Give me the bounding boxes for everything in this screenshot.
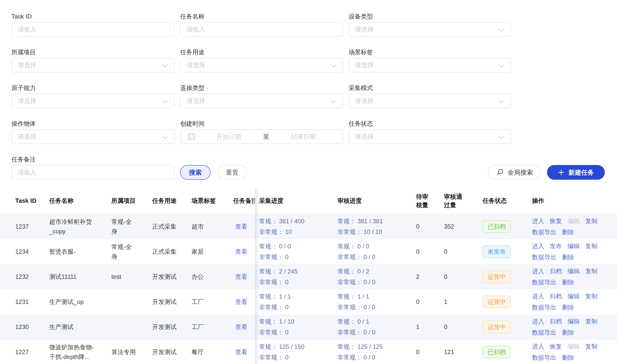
status-badge: 已归档 xyxy=(483,346,511,358)
action-delete-link[interactable]: 删除 xyxy=(562,352,574,363)
filter-label-atomic-ability: 原子能力 xyxy=(11,84,175,92)
filter-label-scene-tag: 场景标签 xyxy=(349,48,511,57)
action-delete-link[interactable]: 删除 xyxy=(562,277,574,288)
action-export-link[interactable]: 数据导出 xyxy=(532,302,556,313)
action-delete-link[interactable]: 删除 xyxy=(562,327,574,338)
action-edit-link[interactable]: 编辑 xyxy=(568,341,580,352)
review-irregular: 非常规： 0 / 0 xyxy=(337,352,415,363)
cell-task-status: 运营中 xyxy=(482,321,529,333)
teleop-type-select[interactable]: 请选择 xyxy=(180,94,343,108)
action-edit-link[interactable]: 编辑 xyxy=(568,291,580,302)
col-scene-tag: 场景标签 xyxy=(192,197,231,205)
filter-field-collect-mode: 采集模式 请选择 xyxy=(349,84,511,108)
action-publish-link[interactable]: 发布 xyxy=(550,241,562,252)
operation-line: 进入 恢复 编辑 复制 xyxy=(532,341,617,352)
col-task-remark: 任务备注 xyxy=(231,197,255,205)
task-name-input[interactable] xyxy=(180,22,343,37)
filter-field-object: 操作物体 请选择 xyxy=(11,119,175,144)
col-project: 所属项目 xyxy=(111,196,152,206)
select-placeholder: 请选择 xyxy=(18,97,36,105)
task-status-select[interactable]: 请选择 xyxy=(349,129,511,144)
action-copy-link[interactable]: 复制 xyxy=(585,266,597,277)
filter-label-task-id: Task ID xyxy=(11,12,175,21)
create-time-range[interactable]: 开始日期 至 结束日期 xyxy=(180,129,343,144)
view-remark-link[interactable]: 查看 xyxy=(235,323,247,330)
action-export-link[interactable]: 数据导出 xyxy=(532,252,556,263)
table-body: 1237 超市冷鲜柜补货_copy 常规-全身 正式采集 超市 查看 常规： 3… xyxy=(0,214,617,364)
filter-field-task-remark: 任务备注 xyxy=(11,155,175,180)
search-button[interactable]: 搜索 xyxy=(180,165,211,180)
view-remark-link[interactable]: 查看 xyxy=(235,248,247,255)
view-remark-link[interactable]: 查看 xyxy=(235,223,247,230)
create-task-button[interactable]: 新建任务 xyxy=(547,165,605,180)
review-irregular: 非常规： 0 / 0 xyxy=(337,277,415,287)
action-copy-link[interactable]: 复制 xyxy=(585,316,597,327)
end-date-placeholder[interactable]: 结束日期 xyxy=(270,133,337,141)
action-enter-link[interactable]: 进入 xyxy=(532,266,544,277)
reset-button[interactable]: 重置 xyxy=(217,165,247,180)
view-remark-link[interactable]: 查看 xyxy=(235,298,247,305)
purpose-select[interactable]: 请选择 xyxy=(180,58,343,72)
start-date-placeholder[interactable]: 开始日期 xyxy=(195,133,262,141)
action-archive-link[interactable]: 归档 xyxy=(550,316,562,327)
cell-pending-review: 2 xyxy=(415,273,443,280)
project-select[interactable]: 请选择 xyxy=(11,58,175,72)
cell-operations: 进入 恢复 编辑 复制 数据导出 删除 xyxy=(529,341,617,363)
action-delete-link[interactable]: 删除 xyxy=(562,227,574,238)
action-enter-link[interactable]: 进入 xyxy=(532,241,544,252)
cell-task-status: 已归档 xyxy=(482,346,529,358)
view-remark-link[interactable]: 查看 xyxy=(235,349,247,355)
action-enter-link[interactable]: 进入 xyxy=(532,316,544,327)
object-select[interactable]: 请选择 xyxy=(11,129,175,144)
global-search-button[interactable]: 全局搜索 xyxy=(488,165,541,180)
action-recover-link[interactable]: 恢复 xyxy=(550,215,562,227)
filter-field-device-type: 设备类型 请选择 xyxy=(349,12,511,37)
table-row: 1234 熨烫衣服- 常规-全身 正式采集 家居 查看 常规： 0 / 0 非常… xyxy=(0,239,617,264)
action-edit-link[interactable]: 编辑 xyxy=(568,241,580,252)
action-copy-link[interactable]: 复制 xyxy=(585,341,597,352)
cell-review-passed: 0 xyxy=(443,323,482,331)
action-copy-link[interactable]: 复制 xyxy=(585,215,597,227)
device-type-select[interactable]: 请选择 xyxy=(349,22,511,37)
scene-tag-select[interactable]: 请选择 xyxy=(349,58,511,72)
operation-line: 数据导出 删除 xyxy=(532,277,617,288)
action-edit-link[interactable]: 编辑 xyxy=(568,316,580,327)
status-badge: 运营中 xyxy=(483,270,511,283)
cell-task-remark: 查看 xyxy=(231,273,255,281)
action-archive-link[interactable]: 归档 xyxy=(550,291,562,302)
filter-label-project: 所属项目 xyxy=(11,48,175,57)
cell-task-id: 1231 xyxy=(0,298,49,305)
action-enter-link[interactable]: 进入 xyxy=(532,215,544,227)
action-export-link[interactable]: 数据导出 xyxy=(532,327,556,338)
action-edit-link[interactable]: 编辑 xyxy=(568,215,580,227)
cell-review-passed: 0 xyxy=(443,273,482,280)
cell-review-passed: 352 xyxy=(443,223,482,230)
action-copy-link[interactable]: 复制 xyxy=(585,291,597,302)
atomic-ability-select[interactable]: 请选择 xyxy=(11,94,175,108)
action-delete-link[interactable]: 删除 xyxy=(562,252,574,263)
col-review-passed: 审核通 过量 xyxy=(443,192,482,209)
task-remark-input[interactable] xyxy=(11,165,175,180)
filter-field-task-id: Task ID xyxy=(11,12,175,37)
action-enter-link[interactable]: 进入 xyxy=(532,341,544,352)
task-id-input[interactable] xyxy=(11,22,175,37)
action-recover-link[interactable]: 恢复 xyxy=(550,341,562,352)
action-edit-link[interactable]: 编辑 xyxy=(568,266,580,277)
action-enter-link[interactable]: 进入 xyxy=(532,291,544,302)
cell-pending-review: 0 xyxy=(415,349,443,356)
action-copy-link[interactable]: 复制 xyxy=(585,241,597,252)
cell-review-passed: 121 xyxy=(443,349,482,356)
chevron-down-icon xyxy=(499,26,504,32)
view-remark-link[interactable]: 查看 xyxy=(235,273,247,280)
status-badge: 已归档 xyxy=(483,220,511,233)
collect-mode-select[interactable]: 请选择 xyxy=(349,94,511,108)
collect-irregular: 非常规： 0 xyxy=(259,302,337,313)
action-export-link[interactable]: 数据导出 xyxy=(532,277,556,288)
action-archive-link[interactable]: 归档 xyxy=(550,266,562,277)
action-export-link[interactable]: 数据导出 xyxy=(532,352,556,363)
filter-panel: Task ID 任务名称 设备类型 请选择 所属项目 请选择 任务用途 请选择 xyxy=(11,12,511,180)
collect-irregular: 非常规： 0 xyxy=(259,327,337,338)
action-delete-link[interactable]: 删除 xyxy=(562,302,574,313)
search-icon xyxy=(496,168,504,176)
action-export-link[interactable]: 数据导出 xyxy=(532,227,556,238)
